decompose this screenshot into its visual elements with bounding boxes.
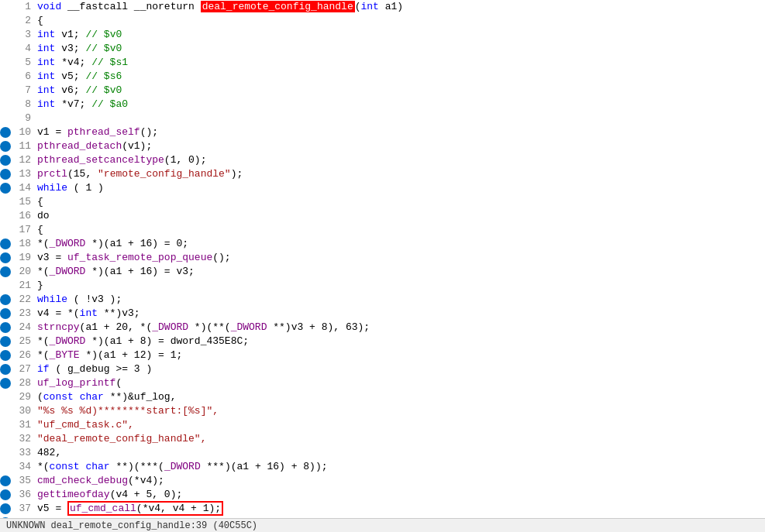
line-number: 34 — [12, 460, 37, 474]
code-segment-id: **)(***( — [110, 461, 164, 472]
no-breakpoint[interactable] — [0, 99, 11, 110]
no-breakpoint[interactable] — [0, 29, 11, 40]
breakpoint-indicator[interactable] — [0, 308, 11, 319]
line-number: 36 — [12, 488, 37, 502]
code-segment-id: **)v3; — [98, 307, 140, 319]
code-segment-id: **)&uf_log, — [104, 391, 177, 403]
line-number: 21 — [12, 279, 37, 293]
no-breakpoint[interactable] — [0, 113, 11, 124]
code-text: *(_DWORD *)(a1 + 16) = v3; — [37, 265, 765, 279]
code-segment-id: (a1 + 20, *( — [80, 321, 153, 333]
line-number: 12 — [12, 153, 37, 167]
code-segment-cm: // $v0 — [85, 43, 122, 54]
code-line: 5 int *v4; // $s1 — [0, 56, 765, 70]
line-number: 1 — [12, 0, 37, 14]
breakpoint-indicator[interactable] — [0, 239, 11, 249]
breakpoint-indicator[interactable] — [0, 169, 11, 180]
line-number: 20 — [12, 265, 37, 279]
code-line: 35 cmd_check_debug(*v4); — [0, 474, 765, 488]
code-segment-cm: // $v0 — [85, 29, 122, 40]
code-segment-kw: char — [80, 391, 104, 403]
no-breakpoint[interactable] — [0, 406, 11, 417]
code-line: 8 int *v7; // $a0 — [0, 98, 765, 112]
code-line: 20 *(_DWORD *)(a1 + 16) = v3; — [0, 265, 765, 279]
code-segment-id: __fastcall __noreturn — [61, 1, 200, 12]
breakpoint-indicator[interactable] — [0, 252, 11, 263]
no-breakpoint[interactable] — [0, 420, 11, 431]
no-breakpoint[interactable] — [0, 448, 11, 458]
code-text: strncpy(a1 + 20, *(_DWORD *)(**(_DWORD *… — [37, 321, 765, 335]
no-breakpoint[interactable] — [0, 225, 11, 235]
code-segment-id: **)v3 + 8), 63); — [267, 321, 370, 333]
code-segment-kw: int — [37, 29, 55, 40]
code-segment-id: v3; — [55, 43, 85, 54]
code-segment-id: ( — [355, 1, 361, 12]
no-breakpoint[interactable] — [0, 57, 11, 68]
breakpoint-indicator[interactable] — [0, 183, 11, 194]
code-text: while ( 1 ) — [37, 181, 765, 195]
no-breakpoint[interactable] — [0, 434, 11, 444]
breakpoint-indicator[interactable] — [0, 155, 11, 166]
line-number: 14 — [12, 181, 37, 195]
no-breakpoint[interactable] — [0, 211, 11, 221]
breakpoint-indicator[interactable] — [0, 322, 11, 333]
code-segment-macro: _DWORD — [164, 461, 201, 472]
code-line: 26 *(_BYTE *)(a1 + 12) = 1; — [0, 348, 765, 362]
code-line: 31 "uf_cmd_task.c", — [0, 418, 765, 432]
line-number: 25 — [12, 335, 37, 348]
breakpoint-indicator[interactable] — [0, 503, 11, 514]
code-segment-kw: const — [50, 461, 80, 472]
code-segment-id: *( — [37, 335, 50, 347]
code-segment-cm: // $v0 — [85, 84, 122, 96]
code-segment-id: (1, 0); — [164, 154, 207, 166]
code-segment-id: 482, — [37, 447, 61, 458]
code-segment-id: v5; — [55, 70, 85, 82]
code-segment-id: do — [37, 210, 50, 221]
no-breakpoint[interactable] — [0, 15, 11, 26]
code-segment-id: (); — [140, 126, 158, 138]
code-segment-macro: _BYTE — [50, 349, 80, 361]
no-breakpoint[interactable] — [0, 462, 11, 472]
code-text: int v5; // $s6 — [37, 70, 765, 84]
line-number: 9 — [12, 112, 37, 125]
code-text: int *v7; // $a0 — [37, 98, 765, 112]
no-breakpoint[interactable] — [0, 71, 11, 82]
code-segment-id: (); — [212, 252, 230, 263]
code-line: 14 while ( 1 ) — [0, 181, 765, 195]
code-segment-kw: int — [80, 307, 98, 319]
code-line: 37 v5 = uf_cmd_call(*v4, v4 + 1); — [0, 502, 765, 516]
code-line: 19 v3 = uf_task_remote_pop_queue(); — [0, 251, 765, 265]
no-breakpoint[interactable] — [0, 43, 11, 54]
no-breakpoint[interactable] — [0, 280, 11, 291]
line-number: 5 — [12, 56, 37, 70]
no-breakpoint[interactable] — [0, 85, 11, 96]
breakpoint-indicator[interactable] — [0, 294, 11, 305]
code-text: void __fastcall __noreturn deal_remote_c… — [37, 0, 765, 14]
no-breakpoint[interactable] — [0, 2, 11, 12]
breakpoint-indicator[interactable] — [0, 378, 11, 389]
code-line: 17 { — [0, 223, 765, 237]
line-number: 22 — [12, 293, 37, 307]
code-segment-id: *)(a1 + 8) = dword_435E8C; — [85, 335, 249, 347]
code-line: 10 v1 = pthread_self(); — [0, 125, 765, 139]
code-line: 27 if ( g_debug >= 3 ) — [0, 362, 765, 376]
breakpoint-indicator[interactable] — [0, 336, 11, 347]
breakpoint-indicator[interactable] — [0, 266, 11, 277]
code-text: int *v4; // $s1 — [37, 56, 765, 70]
breakpoint-indicator[interactable] — [0, 141, 11, 152]
breakpoint-indicator[interactable] — [0, 489, 11, 500]
code-segment-fn: strncpy — [37, 321, 80, 333]
no-breakpoint[interactable] — [0, 197, 11, 208]
code-segment-str: "deal_remote_config_handle", — [37, 433, 206, 444]
code-text: { — [37, 195, 765, 209]
breakpoint-indicator[interactable] — [0, 364, 11, 375]
breakpoint-indicator[interactable] — [0, 127, 11, 138]
code-line: 24 strncpy(a1 + 20, *(_DWORD *)(**(_DWOR… — [0, 321, 765, 335]
breakpoint-indicator[interactable] — [0, 475, 11, 486]
code-segment-id: ( !v3 ); — [67, 293, 122, 305]
breakpoint-indicator[interactable] — [0, 350, 11, 361]
code-segment-id: v6; — [55, 84, 85, 96]
code-text: int v1; // $v0 — [37, 28, 765, 42]
no-breakpoint[interactable] — [0, 392, 11, 403]
code-line: 29 (const char **)&uf_log, — [0, 390, 765, 404]
